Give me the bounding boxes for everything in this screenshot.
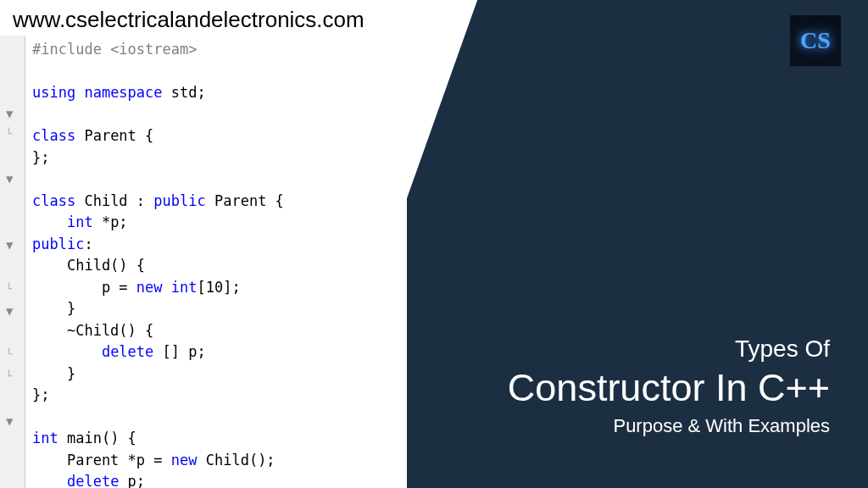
code-token: Parent { bbox=[75, 127, 153, 144]
title-sub: Purpose & With Examples bbox=[508, 415, 830, 437]
fold-arrow-icon: ▼ bbox=[6, 302, 13, 320]
code-token: class bbox=[32, 192, 75, 209]
code-token: int bbox=[32, 214, 93, 230]
code-token: int bbox=[32, 430, 58, 446]
code-token: #include bbox=[32, 41, 102, 58]
code-token: Child(); bbox=[197, 452, 275, 469]
code-token: : bbox=[84, 236, 92, 252]
code-token: Parent { bbox=[206, 192, 284, 209]
fold-end-icon: └ bbox=[6, 369, 12, 384]
code-token: public bbox=[32, 236, 84, 252]
code-content: #include <iostream> using namespace std;… bbox=[0, 36, 407, 488]
code-token bbox=[32, 343, 102, 360]
code-token: <iostream> bbox=[102, 41, 198, 58]
code-token: class bbox=[32, 127, 75, 144]
code-token: }; bbox=[32, 386, 49, 403]
code-editor: ▼ └ ▼ ▼ └ ▼ └ └ ▼ #include <iostream> us… bbox=[0, 36, 407, 488]
title-small: Types Of bbox=[508, 336, 830, 363]
code-token: Child : bbox=[75, 192, 153, 209]
code-token: } bbox=[32, 365, 75, 382]
title-big: Constructor In C++ bbox=[508, 366, 830, 410]
code-token: new bbox=[136, 279, 163, 296]
code-token: } bbox=[32, 300, 75, 317]
cs-logo: CS bbox=[790, 15, 841, 66]
title-block: Types Of Constructor In C++ Purpose & Wi… bbox=[508, 336, 830, 437]
code-token: }; bbox=[32, 149, 49, 166]
logo-text: CS bbox=[800, 27, 831, 54]
code-token: delete bbox=[102, 343, 153, 360]
code-token: std; bbox=[163, 84, 206, 101]
code-token: p = bbox=[32, 279, 136, 296]
fold-arrow-icon: ▼ bbox=[6, 236, 13, 254]
fold-end-icon: └ bbox=[6, 126, 12, 141]
fold-arrow-icon: ▼ bbox=[6, 170, 13, 188]
code-token: ~Child() { bbox=[32, 322, 153, 339]
code-token: [] p; bbox=[153, 343, 205, 360]
code-token: using bbox=[32, 84, 84, 101]
code-token: p; bbox=[119, 473, 145, 488]
code-token: int bbox=[163, 279, 198, 296]
code-token: new bbox=[171, 452, 198, 469]
fold-end-icon: └ bbox=[6, 281, 12, 297]
code-token: delete bbox=[67, 473, 119, 488]
website-url: www.cselectricalandelectronics.com bbox=[13, 7, 364, 33]
fold-end-icon: └ bbox=[6, 347, 12, 362]
code-token: Parent *p = bbox=[32, 452, 171, 469]
code-token: public bbox=[153, 192, 205, 209]
code-token: *p; bbox=[93, 214, 128, 230]
code-token bbox=[32, 473, 67, 488]
fold-arrow-icon: ▼ bbox=[6, 413, 13, 430]
code-token: Child() { bbox=[32, 257, 145, 274]
fold-arrow-icon: ▼ bbox=[6, 105, 13, 123]
code-token: main() { bbox=[58, 430, 136, 446]
code-gutter: ▼ └ ▼ ▼ └ ▼ └ └ ▼ bbox=[0, 36, 25, 488]
code-token: namespace bbox=[84, 84, 162, 101]
code-token: [10]; bbox=[198, 279, 241, 296]
